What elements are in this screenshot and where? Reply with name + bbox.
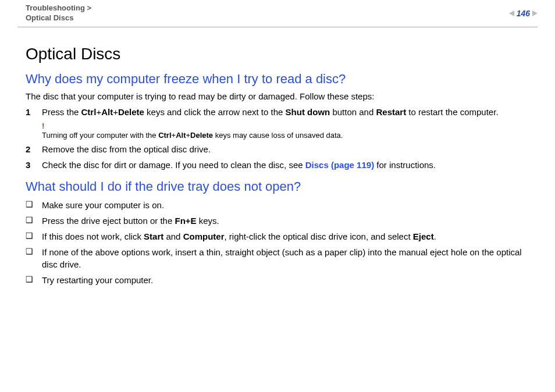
section2-heading: What should I do if the drive tray does … — [26, 179, 538, 194]
document-content: Optical Discs Why does my computer freez… — [17, 27, 538, 286]
breadcrumb-line1: Troubleshooting > — [26, 3, 91, 12]
bullet-icon: ❑ — [26, 215, 42, 226]
section1-heading: Why does my computer freeze when I try t… — [26, 72, 538, 87]
list-item: ❑ If none of the above options work, ins… — [26, 246, 538, 270]
step-number: 3 — [26, 159, 42, 171]
list-item: ❑ Make sure your computer is on. — [26, 199, 538, 211]
bullet-text: Make sure your computer is on. — [42, 199, 538, 211]
page-number: 146 — [517, 9, 530, 18]
bullet-text: Press the drive eject button or the Fn+E… — [42, 215, 538, 227]
page-number-nav: 146 — [509, 9, 538, 18]
next-page-icon[interactable] — [532, 10, 538, 16]
bullet-text: Try restarting your computer. — [42, 274, 538, 286]
bullet-text: If none of the above options work, inser… — [42, 246, 538, 270]
bullet-text: If this does not work, click Start and C… — [42, 230, 538, 243]
list-item: ❑ If this does not work, click Start and… — [26, 230, 538, 243]
section2-bullets: ❑ Make sure your computer is on. ❑ Press… — [26, 199, 538, 286]
section1-steps: 1 Press the Ctrl+Alt+Delete keys and cli… — [26, 106, 538, 118]
step-text: Press the Ctrl+Alt+Delete keys and click… — [42, 106, 538, 118]
section1-steps-cont: 2 Remove the disc from the optical disc … — [26, 143, 538, 171]
page-title: Optical Discs — [26, 45, 538, 63]
breadcrumb-line2: Optical Discs — [26, 13, 73, 22]
step-text: Remove the disc from the optical disc dr… — [42, 143, 538, 155]
document-header: Troubleshooting > Optical Discs 146 — [17, 0, 538, 27]
section1-intro: The disc that your computer is trying to… — [26, 91, 538, 101]
step-text: Check the disc for dirt or damage. If yo… — [42, 159, 538, 171]
list-item: ❑ Try restarting your computer. — [26, 274, 538, 286]
breadcrumb: Troubleshooting > Optical Discs — [26, 3, 91, 23]
warning-note: ! Turning off your computer with the Ctr… — [42, 122, 538, 140]
discs-link[interactable]: Discs (page 119) — [305, 160, 374, 170]
step-3: 3 Check the disc for dirt or damage. If … — [26, 159, 538, 171]
step-2: 2 Remove the disc from the optical disc … — [26, 143, 538, 155]
bullet-icon: ❑ — [26, 274, 42, 286]
bullet-icon: ❑ — [26, 246, 42, 258]
step-number: 2 — [26, 143, 42, 155]
step-1: 1 Press the Ctrl+Alt+Delete keys and cli… — [26, 106, 538, 118]
step-number: 1 — [26, 106, 42, 118]
warning-icon: ! — [42, 122, 538, 130]
prev-page-icon[interactable] — [509, 10, 514, 16]
bullet-icon: ❑ — [26, 199, 42, 211]
bullet-icon: ❑ — [26, 230, 42, 242]
list-item: ❑ Press the drive eject button or the Fn… — [26, 215, 538, 227]
